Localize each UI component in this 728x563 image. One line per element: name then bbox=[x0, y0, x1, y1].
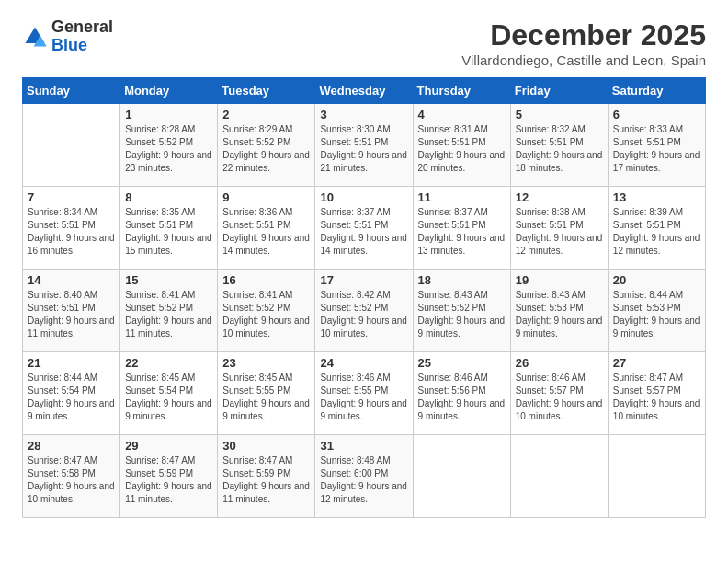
day-number: 30 bbox=[222, 439, 310, 453]
day-info: Sunrise: 8:42 AMSunset: 5:52 PMDaylight:… bbox=[320, 289, 407, 340]
day-info: Sunrise: 8:39 AMSunset: 5:51 PMDaylight:… bbox=[613, 206, 700, 258]
calendar-cell: 6Sunrise: 8:33 AMSunset: 5:51 PMDaylight… bbox=[608, 104, 705, 187]
day-number: 29 bbox=[125, 439, 212, 453]
calendar-cell: 25Sunrise: 8:46 AMSunset: 5:56 PMDayligh… bbox=[413, 352, 510, 435]
day-info: Sunrise: 8:46 AMSunset: 5:56 PMDaylight:… bbox=[418, 372, 506, 423]
calendar-table: SundayMondayTuesdayWednesdayThursdayFrid… bbox=[22, 77, 706, 518]
calendar-week-row: 28Sunrise: 8:47 AMSunset: 5:58 PMDayligh… bbox=[23, 435, 706, 518]
day-number: 25 bbox=[418, 356, 506, 370]
day-number: 26 bbox=[516, 356, 603, 370]
weekday-header-friday: Friday bbox=[510, 78, 608, 104]
calendar-cell: 3Sunrise: 8:30 AMSunset: 5:51 PMDaylight… bbox=[315, 104, 413, 187]
day-number: 17 bbox=[320, 273, 407, 287]
calendar-cell: 19Sunrise: 8:43 AMSunset: 5:53 PMDayligh… bbox=[510, 270, 608, 352]
calendar-cell: 17Sunrise: 8:42 AMSunset: 5:52 PMDayligh… bbox=[315, 270, 413, 352]
month-title: December 2025 bbox=[461, 18, 706, 52]
day-info: Sunrise: 8:47 AMSunset: 5:59 PMDaylight:… bbox=[222, 454, 310, 506]
day-number: 13 bbox=[613, 190, 700, 204]
weekday-header-sunday: Sunday bbox=[23, 78, 120, 104]
day-number: 27 bbox=[613, 356, 700, 370]
calendar-cell: 5Sunrise: 8:32 AMSunset: 5:51 PMDaylight… bbox=[510, 104, 608, 187]
day-number: 18 bbox=[418, 273, 506, 287]
day-number: 28 bbox=[28, 439, 115, 453]
day-number: 7 bbox=[28, 190, 115, 204]
logo: General Blue bbox=[22, 18, 113, 55]
day-number: 1 bbox=[125, 108, 212, 121]
day-number: 19 bbox=[516, 273, 603, 287]
day-number: 14 bbox=[28, 273, 115, 287]
calendar-week-row: 21Sunrise: 8:44 AMSunset: 5:54 PMDayligh… bbox=[23, 352, 706, 435]
calendar-cell: 9Sunrise: 8:36 AMSunset: 5:51 PMDaylight… bbox=[218, 187, 315, 270]
day-info: Sunrise: 8:41 AMSunset: 5:52 PMDaylight:… bbox=[125, 289, 212, 340]
day-info: Sunrise: 8:41 AMSunset: 5:52 PMDaylight:… bbox=[222, 289, 310, 340]
calendar-cell: 11Sunrise: 8:37 AMSunset: 5:51 PMDayligh… bbox=[413, 187, 510, 270]
calendar-cell: 23Sunrise: 8:45 AMSunset: 5:55 PMDayligh… bbox=[218, 352, 315, 435]
day-number: 12 bbox=[516, 190, 603, 204]
day-number: 15 bbox=[125, 273, 212, 287]
logo-icon bbox=[22, 24, 48, 50]
day-info: Sunrise: 8:34 AMSunset: 5:51 PMDaylight:… bbox=[28, 206, 115, 258]
logo-blue: Blue bbox=[51, 36, 87, 54]
day-info: Sunrise: 8:33 AMSunset: 5:51 PMDaylight:… bbox=[613, 123, 700, 175]
day-info: Sunrise: 8:32 AMSunset: 5:51 PMDaylight:… bbox=[516, 123, 603, 175]
day-number: 6 bbox=[613, 108, 700, 121]
weekday-header-thursday: Thursday bbox=[413, 78, 510, 104]
day-number: 8 bbox=[125, 190, 212, 204]
day-number: 11 bbox=[418, 190, 506, 204]
calendar-cell: 29Sunrise: 8:47 AMSunset: 5:59 PMDayligh… bbox=[120, 435, 218, 518]
calendar-cell: 10Sunrise: 8:37 AMSunset: 5:51 PMDayligh… bbox=[315, 187, 413, 270]
logo-text: General Blue bbox=[51, 18, 113, 55]
day-info: Sunrise: 8:43 AMSunset: 5:52 PMDaylight:… bbox=[418, 289, 506, 340]
calendar-cell: 20Sunrise: 8:44 AMSunset: 5:53 PMDayligh… bbox=[608, 270, 705, 352]
day-info: Sunrise: 8:31 AMSunset: 5:51 PMDaylight:… bbox=[418, 123, 506, 175]
day-info: Sunrise: 8:37 AMSunset: 5:51 PMDaylight:… bbox=[418, 206, 506, 258]
calendar-cell: 22Sunrise: 8:45 AMSunset: 5:54 PMDayligh… bbox=[120, 352, 218, 435]
logo-general: General bbox=[51, 17, 113, 36]
calendar-cell: 27Sunrise: 8:47 AMSunset: 5:57 PMDayligh… bbox=[608, 352, 705, 435]
day-number: 20 bbox=[613, 273, 700, 287]
day-number: 31 bbox=[320, 439, 407, 453]
weekday-header-row: SundayMondayTuesdayWednesdayThursdayFrid… bbox=[23, 78, 706, 104]
calendar-cell: 31Sunrise: 8:48 AMSunset: 6:00 PMDayligh… bbox=[315, 435, 413, 518]
calendar-cell: 2Sunrise: 8:29 AMSunset: 5:52 PMDaylight… bbox=[218, 104, 315, 187]
calendar-cell: 28Sunrise: 8:47 AMSunset: 5:58 PMDayligh… bbox=[23, 435, 120, 518]
day-info: Sunrise: 8:46 AMSunset: 5:57 PMDaylight:… bbox=[516, 372, 603, 423]
calendar-cell: 14Sunrise: 8:40 AMSunset: 5:51 PMDayligh… bbox=[23, 270, 120, 352]
calendar-cell: 16Sunrise: 8:41 AMSunset: 5:52 PMDayligh… bbox=[218, 270, 315, 352]
calendar-cell bbox=[608, 435, 705, 518]
calendar-week-row: 1Sunrise: 8:28 AMSunset: 5:52 PMDaylight… bbox=[23, 104, 706, 187]
page-header: General Blue December 2025 Villardondieg… bbox=[22, 18, 706, 68]
day-number: 9 bbox=[222, 190, 310, 204]
weekday-header-wednesday: Wednesday bbox=[315, 78, 413, 104]
day-info: Sunrise: 8:29 AMSunset: 5:52 PMDaylight:… bbox=[222, 123, 310, 175]
day-info: Sunrise: 8:44 AMSunset: 5:53 PMDaylight:… bbox=[613, 289, 700, 340]
day-info: Sunrise: 8:35 AMSunset: 5:51 PMDaylight:… bbox=[125, 206, 212, 258]
location-title: Villardondiego, Castille and Leon, Spain bbox=[461, 52, 706, 68]
calendar-cell bbox=[510, 435, 608, 518]
calendar-cell: 24Sunrise: 8:46 AMSunset: 5:55 PMDayligh… bbox=[315, 352, 413, 435]
calendar-cell: 12Sunrise: 8:38 AMSunset: 5:51 PMDayligh… bbox=[510, 187, 608, 270]
day-info: Sunrise: 8:47 AMSunset: 5:57 PMDaylight:… bbox=[613, 372, 700, 423]
day-info: Sunrise: 8:45 AMSunset: 5:55 PMDaylight:… bbox=[222, 372, 310, 423]
title-block: December 2025 Villardondiego, Castille a… bbox=[461, 18, 706, 68]
calendar-cell bbox=[413, 435, 510, 518]
day-number: 10 bbox=[320, 190, 407, 204]
calendar-cell: 26Sunrise: 8:46 AMSunset: 5:57 PMDayligh… bbox=[510, 352, 608, 435]
calendar-cell: 18Sunrise: 8:43 AMSunset: 5:52 PMDayligh… bbox=[413, 270, 510, 352]
calendar-cell: 15Sunrise: 8:41 AMSunset: 5:52 PMDayligh… bbox=[120, 270, 218, 352]
weekday-header-monday: Monday bbox=[120, 78, 218, 104]
day-info: Sunrise: 8:46 AMSunset: 5:55 PMDaylight:… bbox=[320, 372, 407, 423]
day-info: Sunrise: 8:37 AMSunset: 5:51 PMDaylight:… bbox=[320, 206, 407, 258]
day-info: Sunrise: 8:38 AMSunset: 5:51 PMDaylight:… bbox=[516, 206, 603, 258]
calendar-cell: 21Sunrise: 8:44 AMSunset: 5:54 PMDayligh… bbox=[23, 352, 120, 435]
day-info: Sunrise: 8:43 AMSunset: 5:53 PMDaylight:… bbox=[516, 289, 603, 340]
day-info: Sunrise: 8:47 AMSunset: 5:59 PMDaylight:… bbox=[125, 454, 212, 506]
day-info: Sunrise: 8:30 AMSunset: 5:51 PMDaylight:… bbox=[320, 123, 407, 175]
day-number: 3 bbox=[320, 108, 407, 121]
calendar-week-row: 14Sunrise: 8:40 AMSunset: 5:51 PMDayligh… bbox=[23, 270, 706, 352]
day-info: Sunrise: 8:44 AMSunset: 5:54 PMDaylight:… bbox=[28, 372, 115, 423]
day-info: Sunrise: 8:48 AMSunset: 6:00 PMDaylight:… bbox=[320, 454, 407, 506]
day-info: Sunrise: 8:47 AMSunset: 5:58 PMDaylight:… bbox=[28, 454, 115, 506]
weekday-header-tuesday: Tuesday bbox=[218, 78, 315, 104]
day-number: 24 bbox=[320, 356, 407, 370]
